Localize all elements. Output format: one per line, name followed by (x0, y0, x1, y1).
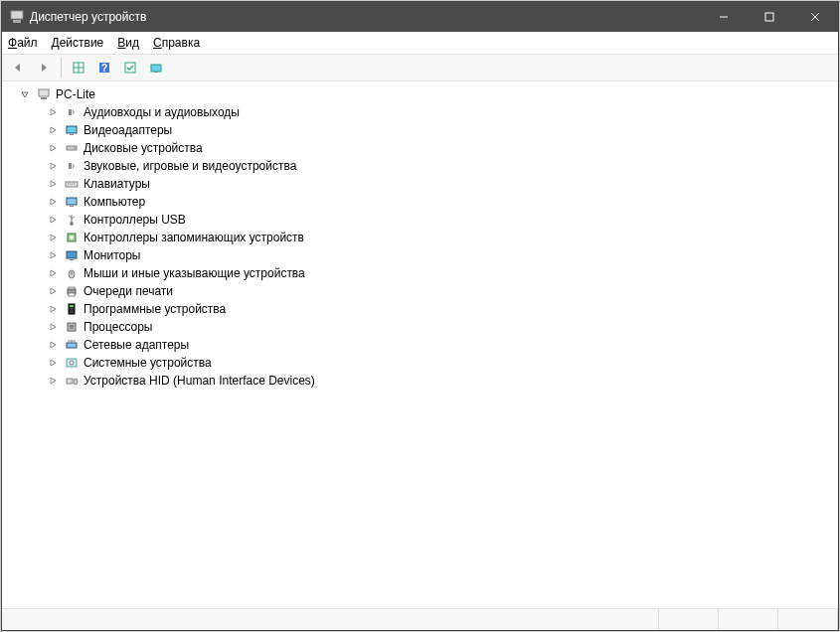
expand-icon[interactable] (46, 123, 60, 137)
svg-point-31 (70, 236, 74, 239)
tree-node-label: Сетевые адаптеры (84, 338, 189, 352)
tree-node-label: Процессоры (84, 320, 153, 334)
tree-node[interactable]: Очереди печати (46, 282, 836, 300)
menu-action[interactable]: Действие (52, 36, 104, 50)
computer-icon (64, 194, 80, 210)
svg-rect-37 (69, 287, 75, 289)
svg-rect-32 (67, 251, 77, 258)
menu-file[interactable]: Файл (8, 36, 38, 50)
window-title: Диспетчер устройств (30, 10, 701, 24)
tree-node-label: Мониторы (84, 248, 140, 262)
storage-icon (64, 230, 80, 245)
svg-rect-40 (70, 305, 74, 307)
window: Диспетчер устройств Файл Действие Вид Сп… (1, 1, 839, 631)
svg-rect-38 (69, 293, 75, 296)
tree-node[interactable]: Звуковые, игровые и видеоустройства (46, 157, 836, 175)
svg-rect-48 (67, 379, 73, 384)
tree-node[interactable]: Сетевые адаптеры (46, 336, 836, 354)
expand-icon[interactable] (46, 302, 60, 316)
expand-icon[interactable] (46, 320, 60, 334)
expand-icon[interactable] (46, 231, 60, 244)
svg-rect-16 (69, 109, 72, 115)
hid-icon (64, 373, 80, 389)
tree-node[interactable]: Дисковые устройства (46, 139, 836, 157)
svg-rect-17 (67, 126, 77, 133)
tree-node[interactable]: Мониторы (46, 246, 836, 264)
system-icon (64, 355, 80, 371)
computer-icon (36, 86, 52, 102)
expand-icon[interactable] (46, 374, 60, 388)
tree-node-label: Звуковые, игровые и видеоустройства (84, 159, 296, 173)
usb-icon (64, 212, 80, 228)
svg-rect-13 (154, 72, 158, 73)
expand-icon[interactable] (46, 266, 60, 280)
svg-rect-14 (39, 89, 49, 96)
menu-help[interactable]: Справка (153, 36, 200, 50)
menu-view[interactable]: Вид (117, 36, 139, 50)
tree-node[interactable]: Аудиовходы и аудиовыходы (46, 103, 836, 121)
svg-rect-18 (70, 134, 74, 135)
expand-icon[interactable] (46, 105, 60, 119)
tree-node-label: Дисковые устройства (84, 141, 203, 155)
mouse-icon (64, 265, 80, 281)
forward-button[interactable] (32, 56, 56, 79)
maximize-button[interactable] (747, 2, 792, 32)
tree-node[interactable]: Мыши и иные указывающие устройства (46, 264, 836, 282)
back-button[interactable] (6, 56, 30, 79)
expand-icon[interactable] (46, 338, 60, 352)
tree-node-label: Аудиовходы и аудиовыходы (84, 105, 240, 119)
expand-icon[interactable] (46, 177, 60, 191)
tree-node-label: Мыши и иные указывающие устройства (84, 266, 305, 280)
expand-icon[interactable] (46, 195, 60, 209)
display-icon (64, 122, 80, 138)
audio-icon (64, 104, 80, 120)
help-button[interactable]: ? (92, 56, 116, 79)
tree-view[interactable]: PC-Lite Аудиовходы и аудиовыходы Видеоад… (2, 81, 838, 608)
network-icon (64, 337, 80, 353)
svg-rect-3 (765, 13, 773, 21)
tree-node-label: Программные устройства (84, 302, 226, 316)
collapse-icon[interactable] (18, 87, 32, 101)
expand-icon[interactable] (46, 159, 60, 173)
tree-node[interactable]: Компьютер (46, 193, 836, 211)
svg-rect-24 (67, 198, 77, 205)
tree-root-node[interactable]: PC-Lite (18, 85, 836, 103)
scan-button[interactable] (118, 56, 142, 79)
expand-icon[interactable] (46, 284, 60, 298)
root-label: PC-Lite (56, 87, 95, 101)
show-hidden-button[interactable] (67, 56, 90, 79)
tree-node[interactable]: Системные устройства (46, 354, 836, 372)
svg-rect-33 (70, 259, 74, 260)
tree-node[interactable]: Устройства HID (Human Interface Devices) (46, 372, 836, 390)
tree-node[interactable]: Видеоадаптеры (46, 121, 836, 139)
toolbar: ? (2, 54, 838, 81)
svg-rect-1 (13, 20, 21, 23)
tree-node[interactable]: Контроллеры запоминающих устройств (46, 229, 836, 246)
svg-rect-42 (70, 325, 74, 329)
svg-text:?: ? (101, 63, 107, 74)
expand-icon[interactable] (46, 356, 60, 370)
close-button[interactable] (792, 2, 838, 32)
tree-node-label: Системные устройства (84, 356, 212, 370)
expand-icon[interactable] (46, 141, 60, 155)
tree-node[interactable]: Контроллеры USB (46, 211, 836, 229)
tree-node[interactable]: Программные устройства (46, 300, 836, 318)
tree-node[interactable]: Процессоры (46, 318, 836, 336)
minimize-button[interactable] (701, 2, 747, 32)
window-controls (701, 2, 838, 32)
titlebar[interactable]: Диспетчер устройств (2, 2, 838, 32)
app-icon (10, 10, 24, 24)
expand-icon[interactable] (46, 213, 60, 227)
svg-rect-25 (70, 206, 74, 207)
tree-node[interactable]: Клавиатуры (46, 175, 836, 193)
refresh-button[interactable] (144, 56, 168, 79)
statusbar (2, 608, 838, 630)
svg-rect-0 (11, 11, 23, 19)
expand-icon[interactable] (46, 248, 60, 262)
tree-node-label: Контроллеры USB (84, 213, 186, 227)
svg-rect-43 (67, 343, 77, 348)
tree-node-label: Контроллеры запоминающих устройств (84, 231, 304, 244)
monitor-icon (64, 247, 80, 263)
disk-icon (64, 140, 80, 156)
menubar: Файл Действие Вид Справка (2, 32, 838, 54)
